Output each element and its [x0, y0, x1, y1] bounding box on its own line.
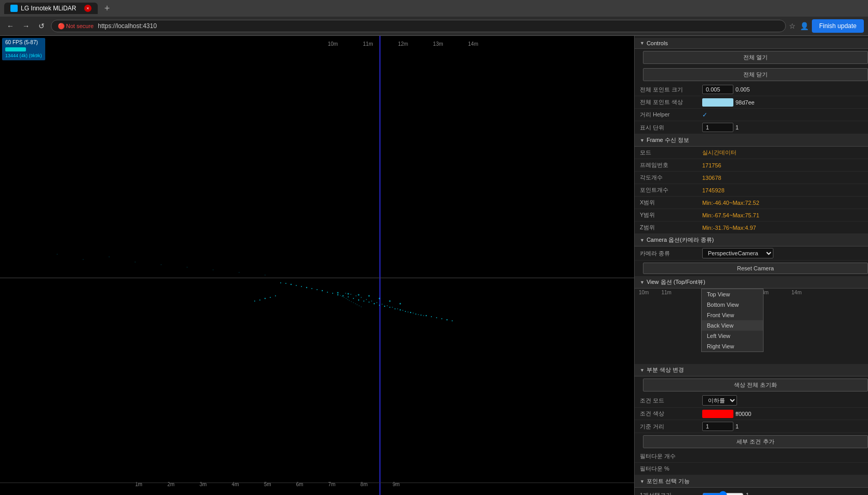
x-range-label: X범위	[640, 199, 702, 206]
svg-point-73	[344, 297, 344, 297]
y-range-value: Min:-67.54~Max:75.71	[702, 212, 863, 218]
profile-icon[interactable]: 👤	[800, 22, 809, 30]
top-view-option[interactable]: Top View	[702, 289, 763, 296]
point-size-input[interactable]	[702, 85, 733, 94]
controls-chevron: ▼	[640, 41, 645, 46]
display-unit-row: 표시 단위 1	[635, 121, 868, 134]
ruler-baseline	[0, 483, 634, 483]
reset-camera-button[interactable]: Reset Camera	[643, 263, 868, 274]
condition-color-swatch[interactable]	[702, 410, 733, 418]
svg-point-44	[418, 314, 419, 315]
browser-controls: ← → ↺ 🔴 Not secure https://localhost:431…	[0, 17, 868, 35]
svg-point-23	[311, 288, 312, 289]
back-button[interactable]: ←	[4, 20, 17, 32]
frame-info-section-header[interactable]: ▼ Frame 수신 정보	[635, 134, 868, 147]
svg-point-14	[389, 307, 390, 308]
distance-helper-checkbox[interactable]: ✓	[702, 111, 707, 119]
z-range-label: Z범위	[640, 224, 702, 231]
frame-no-label: 프레임번호	[640, 161, 702, 169]
base-distance-row: 기준 거리 1	[635, 420, 868, 433]
finish-update-button[interactable]: Finish update	[812, 19, 864, 33]
forward-button[interactable]: →	[20, 20, 32, 32]
camera-type-select[interactable]: PerspectiveCamera OrthographicCamera	[702, 248, 773, 258]
z-range-value: Min:-31.76~Max:4.97	[702, 225, 863, 231]
svg-point-20	[420, 315, 422, 316]
view-title: View 옵션 (Top/Font뷰)	[647, 278, 705, 286]
svg-point-59	[275, 295, 276, 296]
svg-point-71	[340, 295, 340, 295]
color-reset-button[interactable]: 색상 전체 초기화	[643, 379, 868, 392]
point-color-row: 전체 포인트 색상 98d7ee	[635, 96, 868, 109]
camera-section-header[interactable]: ▼ Camera 옵션(카메라 종류)	[635, 234, 868, 246]
tab-close-btn[interactable]: ×	[84, 5, 91, 12]
display-unit-value: 1	[735, 124, 739, 131]
ruler-top-10m: 10m	[328, 41, 338, 47]
reload-button[interactable]: ↺	[35, 20, 48, 32]
svg-point-35	[371, 301, 372, 302]
add-condition-row: 세부 조건 추가	[635, 433, 868, 450]
frame-info-title: Frame 수신 정보	[647, 136, 689, 144]
point-color-swatch[interactable]	[702, 98, 733, 107]
svg-point-7	[363, 301, 364, 302]
open-all-button[interactable]: 전체 열기	[643, 51, 868, 64]
controls-section-header[interactable]: ▼ Controls	[635, 38, 868, 49]
svg-point-61	[441, 318, 442, 319]
point-select-section-header[interactable]: ▼ 포인트 선택 기능	[635, 475, 868, 488]
svg-point-31	[350, 294, 351, 295]
svg-point-62	[446, 319, 448, 320]
svg-point-51	[187, 267, 188, 268]
svg-point-39	[392, 307, 393, 308]
base-distance-input[interactable]	[702, 422, 733, 431]
svg-point-45	[423, 315, 424, 316]
viewport[interactable]: 60 FPS (5-87) 13444 (4k) (9k9k)	[0, 36, 634, 495]
point-cloud-visualization	[0, 36, 634, 495]
y-range-label: Y범위	[640, 211, 702, 219]
svg-point-30	[345, 293, 346, 294]
svg-point-29	[280, 282, 281, 283]
bookmark-icon[interactable]: ☆	[789, 22, 796, 30]
not-secure-indicator: 🔴 Not secure	[58, 23, 94, 30]
point-count-label: 포인트개수	[640, 186, 702, 194]
svg-point-47	[83, 259, 84, 260]
active-tab[interactable]: LG Innotek MLiDAR ×	[4, 3, 98, 14]
svg-point-74	[346, 298, 346, 298]
svg-point-10	[317, 289, 318, 290]
svg-point-60	[436, 317, 437, 318]
view-section-header[interactable]: ▼ View 옵션 (Top/Font뷰)	[635, 276, 868, 289]
svg-point-75	[347, 299, 348, 299]
close-all-button[interactable]: 전체 닫기	[643, 68, 868, 81]
point-size-label: 전체 포인트 크기	[640, 86, 702, 94]
z-range-row: Z범위 Min:-31.76~Max:4.97	[635, 222, 868, 234]
view-dropdown[interactable]: Top View Bottom View Front View Back Vie…	[701, 289, 764, 296]
select-size-label: 1개선택크기	[640, 491, 702, 496]
svg-point-27	[291, 284, 292, 285]
point-size-value: 0.005	[735, 86, 750, 93]
add-condition-button[interactable]: 세부 조건 추가	[643, 435, 868, 448]
point-color-hex: 98d7ee	[735, 99, 755, 106]
ruler-top-11m: 11m	[363, 41, 373, 47]
condition-color-hex: ff0000	[735, 411, 751, 417]
select-size-slider[interactable]	[702, 489, 744, 495]
condition-mode-select[interactable]: 이하를 이상을	[702, 395, 737, 406]
display-unit-input[interactable]	[702, 123, 733, 132]
fps-bar	[5, 47, 26, 51]
base-distance-label: 기준 거리	[640, 423, 702, 431]
svg-point-80	[357, 304, 357, 305]
svg-point-57	[265, 298, 266, 299]
not-secure-label: Not secure	[66, 23, 94, 29]
fps-line1: 60 FPS (5-87)	[5, 39, 42, 46]
new-tab-button[interactable]: +	[100, 1, 114, 16]
svg-point-6	[327, 292, 328, 293]
main-layout: 60 FPS (5-87) 13444 (4k) (9k9k)	[0, 36, 868, 495]
ruler-top-13m: 13m	[433, 41, 443, 47]
view-ruler-container: 10m 11m Top View Bottom View Front View …	[635, 289, 868, 296]
browser-icons: ☆ 👤	[789, 22, 809, 30]
ruler-top-14m: 14m	[468, 41, 478, 47]
svg-point-54	[265, 275, 266, 276]
url-bar[interactable]: 🔴 Not secure https://localhost:4310	[51, 20, 786, 32]
camera-type-label: 카메라 종류	[640, 250, 702, 257]
svg-point-0	[343, 295, 344, 296]
color-section-header[interactable]: ▼ 부분 색상 변경	[635, 364, 868, 376]
filter-count-row: 필터다운 개수	[635, 450, 868, 463]
condition-mode-label: 조건 모드	[640, 397, 702, 405]
